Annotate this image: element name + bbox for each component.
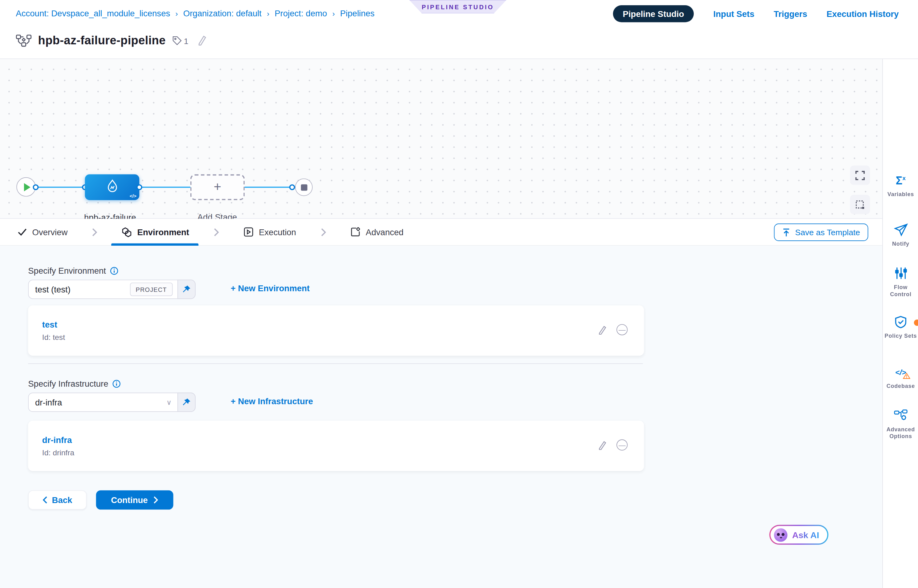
stop-square-icon bbox=[301, 184, 307, 191]
advanced-icon bbox=[351, 227, 360, 237]
infrastructure-select[interactable]: dr-infra ∨ bbox=[28, 393, 196, 412]
chevron-right-icon bbox=[214, 228, 219, 236]
tags-count[interactable]: 1 bbox=[172, 36, 189, 45]
connector-dot bbox=[289, 184, 295, 190]
breadcrumb-separator: › bbox=[267, 9, 269, 18]
connector-dot bbox=[32, 184, 39, 190]
tab-overview[interactable]: Overview bbox=[18, 218, 68, 246]
edit-icon[interactable] bbox=[597, 440, 607, 449]
breadcrumb-pipelines[interactable]: Pipelines bbox=[340, 9, 375, 18]
environment-tab-content: Specify Environment test (test) PROJECT … bbox=[0, 246, 882, 588]
upload-icon bbox=[782, 228, 790, 237]
pipeline-studio-app: Account: Devspace_all_module_licenses › … bbox=[0, 0, 918, 588]
environment-icon bbox=[122, 226, 132, 237]
new-infrastructure-link[interactable]: + New Infrastructure bbox=[231, 397, 313, 406]
connector-dot bbox=[136, 184, 142, 190]
infrastructure-card[interactable]: dr-infra Id: drinfra — bbox=[28, 420, 644, 471]
marquee-select-button[interactable] bbox=[850, 195, 870, 214]
remove-environment-icon[interactable]: — bbox=[617, 324, 628, 335]
ask-ai-button[interactable]: Ask AI bbox=[769, 525, 828, 545]
info-icon[interactable] bbox=[110, 267, 118, 275]
back-button[interactable]: Back bbox=[28, 490, 87, 510]
remove-infrastructure-icon[interactable]: — bbox=[617, 439, 628, 451]
code-icon: </> bbox=[895, 368, 906, 376]
top-header: Account: Devspace_all_module_licenses › … bbox=[0, 0, 918, 26]
environment-id: Id: test bbox=[42, 333, 65, 342]
ask-ai-label: Ask AI bbox=[792, 530, 819, 540]
check-icon bbox=[18, 228, 27, 236]
add-stage-button[interactable]: + bbox=[190, 174, 245, 200]
pipeline-canvas[interactable]: </> + hpb-az-failure Add Stage + — bbox=[0, 59, 882, 219]
breadcrumb-separator: › bbox=[332, 9, 335, 18]
edit-icon[interactable] bbox=[597, 325, 607, 334]
tab-execution-history[interactable]: Execution History bbox=[827, 9, 899, 18]
edit-title-icon[interactable] bbox=[197, 36, 206, 46]
sidebar-item-notify[interactable]: Notify bbox=[883, 223, 918, 247]
ai-robot-icon bbox=[774, 528, 787, 541]
stage-node-hpb-az-failure[interactable]: </> bbox=[85, 174, 139, 200]
pin-environment-button[interactable] bbox=[177, 279, 196, 299]
top-nav: Pipeline Studio Input Sets Triggers Exec… bbox=[613, 5, 899, 22]
breadcrumb-separator: › bbox=[175, 9, 178, 18]
pipeline-studio-badge: PIPELINE STUDIO bbox=[409, 0, 506, 13]
execution-icon bbox=[244, 227, 254, 237]
tab-advanced[interactable]: Advanced bbox=[351, 218, 403, 246]
breadcrumb-organization[interactable]: Organization: default bbox=[183, 9, 262, 18]
shield-check-icon bbox=[894, 315, 908, 328]
breadcrumb: Account: Devspace_all_module_licenses › … bbox=[16, 9, 375, 18]
start-play-icon bbox=[24, 183, 30, 191]
chaos-flame-icon bbox=[105, 179, 119, 195]
pipeline-graph-icon bbox=[16, 34, 31, 47]
save-as-template-button[interactable]: Save as Template bbox=[774, 223, 868, 241]
infrastructure-id: Id: drinfra bbox=[42, 448, 74, 457]
sidebar-item-advanced-options[interactable]: Advanced Options bbox=[883, 409, 918, 440]
sidebar-item-policy-sets[interactable]: Policy Sets bbox=[883, 315, 918, 339]
chevron-right-icon bbox=[321, 228, 326, 236]
environment-name[interactable]: test bbox=[42, 320, 57, 330]
environment-card[interactable]: test Id: test — bbox=[28, 305, 644, 355]
tab-environment[interactable]: Environment bbox=[122, 218, 189, 246]
new-environment-link[interactable]: + New Environment bbox=[231, 284, 310, 293]
tab-triggers[interactable]: Triggers bbox=[774, 9, 808, 18]
sigma-icon: Σx bbox=[896, 174, 906, 186]
notification-dot bbox=[914, 320, 918, 326]
tag-icon bbox=[172, 36, 182, 45]
tab-pipeline-studio[interactable]: Pipeline Studio bbox=[613, 5, 694, 22]
pipeline-gear-icon bbox=[894, 409, 908, 422]
utility-sidebar: Σx Variables Notify Flow Control bbox=[882, 59, 918, 588]
sidebar-item-codebase[interactable]: </> Codebase bbox=[883, 365, 918, 390]
tab-execution[interactable]: Execution bbox=[244, 218, 296, 246]
fullscreen-icon bbox=[855, 171, 865, 180]
page-title: hpb-az-failure-pipeline bbox=[38, 34, 166, 47]
breadcrumb-project[interactable]: Project: demo bbox=[274, 9, 327, 18]
warning-icon bbox=[903, 373, 910, 379]
stage-code-badge: </> bbox=[130, 194, 136, 199]
sidebar-item-variables[interactable]: Σx Variables bbox=[883, 173, 918, 198]
chevron-right-icon bbox=[154, 496, 158, 504]
fullscreen-button[interactable] bbox=[850, 166, 870, 185]
pin-icon bbox=[182, 398, 191, 407]
sidebar-item-flow-control[interactable]: Flow Control bbox=[883, 266, 918, 298]
chevron-right-icon bbox=[92, 228, 97, 236]
info-icon[interactable] bbox=[112, 380, 121, 388]
environment-scope-chip: PROJECT bbox=[130, 283, 173, 296]
infrastructure-select-value: dr-infra bbox=[29, 397, 166, 407]
specify-infrastructure-label: Specify Infrastructure bbox=[28, 379, 120, 389]
environment-select[interactable]: test (test) PROJECT bbox=[28, 279, 196, 299]
end-node bbox=[295, 179, 312, 196]
continue-button[interactable]: Continue bbox=[96, 490, 173, 510]
infrastructure-name[interactable]: dr-infra bbox=[42, 435, 72, 444]
marquee-select-icon bbox=[855, 200, 865, 209]
connector-line bbox=[26, 187, 303, 188]
chevron-down-icon: ∨ bbox=[166, 398, 172, 406]
section-divider bbox=[28, 363, 643, 364]
sliders-icon bbox=[894, 267, 907, 280]
paper-plane-icon bbox=[894, 223, 908, 236]
pipeline-header: hpb-az-failure-pipeline 1 VISUAL YAML Va… bbox=[0, 26, 918, 59]
environment-select-value: test (test) bbox=[29, 285, 130, 294]
stage-tab-bar: Overview Environment Execution bbox=[0, 219, 882, 246]
chevron-left-icon bbox=[42, 496, 47, 504]
tab-input-sets[interactable]: Input Sets bbox=[714, 9, 754, 18]
breadcrumb-account[interactable]: Account: Devspace_all_module_licenses bbox=[16, 9, 170, 18]
pin-infrastructure-button[interactable] bbox=[177, 393, 196, 412]
